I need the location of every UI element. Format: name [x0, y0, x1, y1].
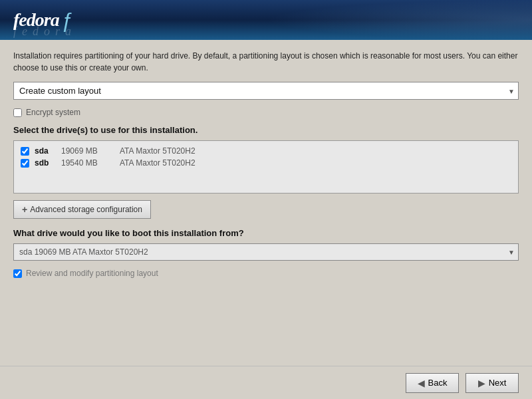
- boot-section-label: What drive would you like to boot this i…: [13, 228, 519, 238]
- encrypt-checkbox[interactable]: [13, 108, 22, 117]
- drive-item-sdb: sdb 19540 MB ATA Maxtor 5T020H2: [18, 157, 514, 169]
- drive-sda-checkbox[interactable]: [21, 147, 29, 156]
- next-icon: ▶: [478, 378, 485, 388]
- plus-icon: +: [22, 204, 27, 215]
- drive-sda-size: 19069 MB: [61, 146, 114, 156]
- drives-section-label: Select the drive(s) to use for this inst…: [13, 125, 519, 135]
- layout-dropdown-container: Create custom layout Use default layout …: [13, 82, 519, 100]
- description-text: Installation requires partitioning of yo…: [13, 50, 519, 74]
- drive-sdb-model: ATA Maxtor 5T020H2: [120, 158, 196, 168]
- drive-sdb-size: 19540 MB: [61, 158, 114, 168]
- drive-item-sda: sda 19069 MB ATA Maxtor 5T020H2: [18, 145, 514, 157]
- boot-dropdown-container: sda 19069 MB ATA Maxtor 5T020H2 sdb 1954…: [13, 243, 519, 261]
- next-button[interactable]: ▶ Next: [466, 373, 519, 393]
- back-icon: ◀: [418, 378, 425, 388]
- back-label: Back: [428, 378, 448, 388]
- encrypt-label: Encrypt system: [26, 108, 80, 117]
- header-watermark: fedora: [13, 25, 76, 39]
- back-button[interactable]: ◀ Back: [406, 373, 459, 393]
- encrypt-row: Encrypt system: [13, 108, 519, 117]
- advanced-storage-label: Advanced storage configuration: [30, 205, 142, 214]
- logo-area: fedora ƒ: [0, 0, 532, 40]
- layout-dropdown[interactable]: Create custom layout Use default layout …: [13, 82, 519, 100]
- footer: ◀ Back ▶ Next: [0, 366, 532, 399]
- drive-sda-name: sda: [35, 146, 56, 156]
- boot-dropdown[interactable]: sda 19069 MB ATA Maxtor 5T020H2 sdb 1954…: [13, 243, 519, 261]
- drive-list-box: sda 19069 MB ATA Maxtor 5T020H2 sdb 1954…: [13, 140, 519, 194]
- drive-sdb-checkbox[interactable]: [21, 159, 29, 168]
- advanced-storage-button[interactable]: + Advanced storage configuration: [13, 200, 151, 219]
- drive-sdb-name: sdb: [35, 158, 56, 168]
- drive-sda-model: ATA Maxtor 5T020H2: [120, 146, 196, 156]
- next-label: Next: [489, 378, 507, 388]
- review-row: Review and modify partitioning layout: [13, 269, 519, 278]
- review-checkbox[interactable]: [13, 269, 22, 278]
- layout-dropdown-wrapper: Create custom layout Use default layout …: [13, 82, 519, 100]
- main-content: Installation requires partitioning of yo…: [0, 40, 532, 288]
- review-label: Review and modify partitioning layout: [26, 269, 158, 278]
- header: fedora ƒ fedora: [0, 0, 532, 40]
